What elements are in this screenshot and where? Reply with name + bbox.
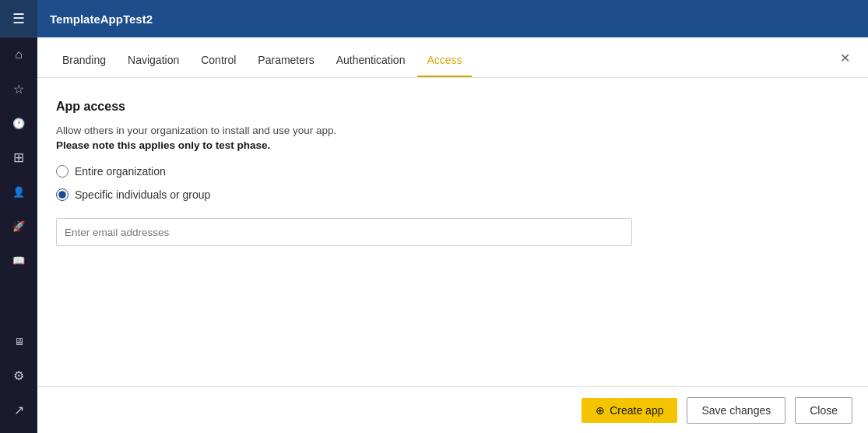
radio-entire-org-input[interactable]	[56, 165, 69, 178]
tab-access[interactable]: Access	[417, 54, 471, 77]
settings-icon[interactable]: ⚙	[0, 358, 37, 393]
main-area: TemplateAppTest2 Branding Navigation Con…	[37, 0, 868, 433]
radio-specific-individuals[interactable]: Specific individuals or group	[56, 188, 849, 201]
tab-parameters[interactable]: Parameters	[248, 54, 323, 77]
sidebar-menu-icon[interactable]: ☰	[0, 0, 37, 37]
app-title: TemplateAppTest2	[50, 12, 153, 26]
sidebar: ☰ ⌂ ☆ 🕐 ⊞ 👤 🚀 📖 🖥 ⚙ ↗	[0, 0, 37, 433]
save-changes-button[interactable]: Save changes	[687, 397, 785, 424]
external-link-icon[interactable]: ↗	[0, 393, 37, 427]
radio-specific-individuals-input[interactable]	[56, 188, 69, 201]
app-header: TemplateAppTest2	[37, 0, 868, 37]
home-icon[interactable]: ⌂	[0, 37, 37, 72]
tabs-bar: Branding Navigation Control Parameters A…	[37, 37, 868, 78]
section-title: App access	[56, 100, 849, 114]
close-label: Close	[810, 404, 838, 417]
description-text: Allow others in your organization to ins…	[56, 125, 849, 136]
description-note: Please note this applies only to test ph…	[56, 139, 849, 151]
tab-branding[interactable]: Branding	[53, 54, 115, 77]
learn-icon[interactable]: 📖	[0, 243, 37, 277]
close-button[interactable]: Close	[795, 397, 852, 424]
access-radio-group: Entire organization Specific individuals…	[56, 165, 849, 201]
page-content: App access Allow others in your organiza…	[37, 78, 868, 386]
create-icon: ⊕	[596, 404, 605, 417]
radio-entire-org-label: Entire organization	[75, 165, 166, 178]
content-wrapper: Branding Navigation Control Parameters A…	[37, 37, 868, 433]
footer: ⊕ Create app Save changes Close	[37, 386, 868, 433]
people-icon[interactable]: 👤	[0, 174, 37, 209]
tab-navigation[interactable]: Navigation	[118, 54, 188, 77]
radio-specific-individuals-label: Specific individuals or group	[75, 188, 210, 201]
sidebar-bottom: 🖥 ⚙ ↗	[0, 324, 37, 433]
tab-control[interactable]: Control	[192, 54, 245, 77]
favorites-icon[interactable]: ☆	[0, 72, 37, 106]
publish-icon[interactable]: 🚀	[0, 209, 37, 243]
recent-icon[interactable]: 🕐	[0, 106, 37, 140]
create-app-button[interactable]: ⊕ Create app	[582, 398, 677, 423]
tab-authentication[interactable]: Authentication	[327, 54, 415, 77]
radio-entire-org[interactable]: Entire organization	[56, 165, 849, 178]
close-icon[interactable]: ✕	[834, 47, 856, 69]
email-addresses-input[interactable]	[56, 218, 632, 246]
create-app-label: Create app	[610, 404, 663, 417]
monitor-icon[interactable]: 🖥	[0, 324, 37, 358]
apps-icon[interactable]: ⊞	[0, 140, 37, 174]
save-changes-label: Save changes	[701, 404, 771, 417]
